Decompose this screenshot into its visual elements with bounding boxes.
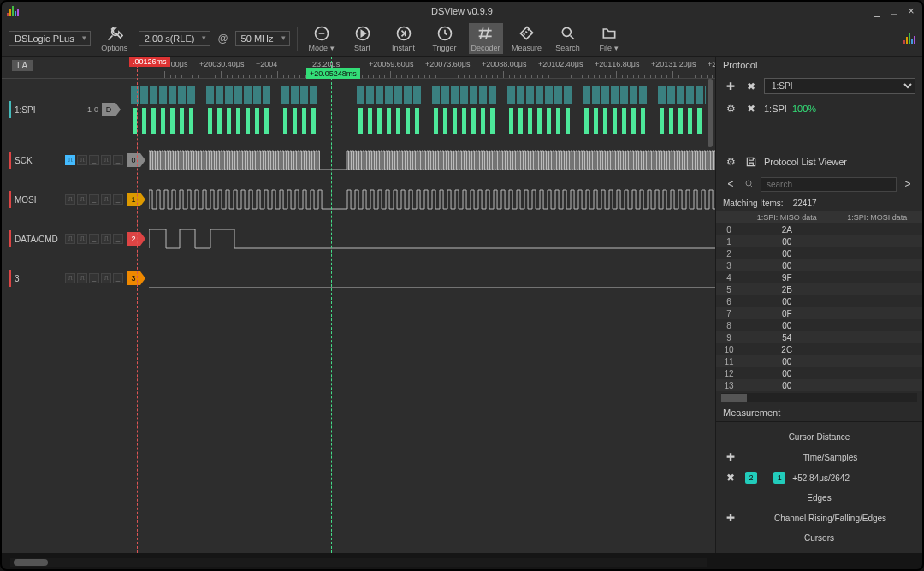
table-row[interactable]: 02A	[716, 223, 922, 235]
maximize-button[interactable]: □	[888, 5, 900, 17]
cursor-chip-a[interactable]: 2	[745, 472, 757, 484]
time-ruler[interactable]: LA .00126ms +20.05248ms +20016.00μs+2003…	[2, 57, 715, 79]
waveform-vscroll[interactable]	[707, 79, 714, 552]
decoder-button[interactable]: Decoder	[469, 23, 503, 54]
table-row[interactable]: 49F	[716, 271, 922, 283]
matching-count: 22417	[793, 199, 817, 208]
cursor-line-1[interactable]	[137, 57, 138, 553]
svg-rect-64	[189, 108, 193, 134]
table-hscroll[interactable]	[721, 393, 917, 402]
table-row[interactable]: 954	[716, 331, 922, 343]
table-row[interactable]: 1300	[716, 379, 922, 391]
trigger-button[interactable]: Trigger	[428, 23, 462, 54]
table-row[interactable]: 200	[716, 247, 922, 259]
waveform-track[interactable]	[149, 140, 715, 180]
waveform-track[interactable]	[124, 79, 715, 140]
waveform-track[interactable]	[149, 259, 715, 298]
listviewer-save-button[interactable]	[743, 154, 759, 170]
protocol-select[interactable]: 1:SPI	[764, 78, 915, 94]
search-button[interactable]: Search	[551, 23, 585, 54]
add-cursor-distance-button[interactable]: ✚	[723, 449, 738, 465]
channel-label[interactable]: SCK	[2, 152, 62, 169]
trigger-widget[interactable]: ⎍⎍_⎍_	[65, 234, 123, 244]
table-row[interactable]: 1100	[716, 355, 922, 367]
channel-row: 3⎍⎍_⎍_3	[2, 259, 715, 298]
table-row[interactable]: 52B	[716, 283, 922, 295]
device-select[interactable]: DSLogic PLus	[9, 31, 91, 46]
time-samples-label: Time/Samples	[745, 453, 915, 462]
instant-button[interactable]: Instant	[387, 23, 421, 54]
instant-icon	[395, 25, 412, 42]
svg-rect-14	[225, 86, 233, 104]
trigger-widget[interactable]: ⎍⎍_⎍_	[65, 194, 123, 205]
table-row[interactable]: 600	[716, 295, 922, 307]
remove-cursor-distance-button[interactable]: ✖	[723, 470, 738, 485]
minimize-button[interactable]: _	[871, 5, 883, 17]
svg-rect-103	[641, 108, 645, 134]
add-protocol-button[interactable]: ✚	[723, 79, 738, 94]
sample-depth-select[interactable]: 2.00 s(RLE)	[139, 31, 211, 46]
table-row[interactable]: 300	[716, 259, 922, 271]
cursor-marker-1[interactable]: .00126ms	[129, 57, 170, 67]
measure-button[interactable]: Measure	[510, 23, 544, 54]
channel-index-badge[interactable]: 1	[127, 193, 140, 206]
waveform-track[interactable]	[149, 219, 715, 259]
cursor-chip-b[interactable]: 1	[773, 472, 785, 484]
cursor-marker-2[interactable]: +20.05248ms	[306, 68, 360, 79]
search-forward-button[interactable]: >	[900, 176, 915, 192]
svg-rect-68	[236, 108, 240, 134]
protocol-settings-button[interactable]: ⚙	[723, 101, 738, 116]
svg-rect-105	[669, 108, 673, 134]
svg-rect-40	[536, 86, 543, 104]
channel-index-badge[interactable]: 3	[127, 271, 140, 285]
listviewer-settings-button[interactable]: ⚙	[723, 154, 738, 170]
svg-rect-20	[291, 86, 299, 104]
table-row[interactable]: 800	[716, 319, 922, 331]
table-row[interactable]: 70F	[716, 307, 922, 319]
search-back-button[interactable]: <	[723, 176, 738, 192]
add-edges-button[interactable]: ✚	[723, 510, 738, 526]
channel-index-badge[interactable]: 2	[127, 232, 140, 246]
svg-rect-99	[603, 108, 607, 134]
trigger-widget[interactable]: ⎍⎍_⎍_	[65, 155, 123, 165]
svg-rect-83	[434, 108, 438, 134]
col-miso[interactable]: 1:SPI: MISO data	[742, 213, 832, 222]
protocol-search-input[interactable]	[761, 177, 897, 192]
svg-rect-107	[688, 108, 692, 134]
waveform-track[interactable]	[149, 180, 715, 219]
edges-header: Channel Rising/Falling/Edges	[745, 514, 915, 523]
app-logo	[7, 6, 19, 16]
channel-index-badge[interactable]: D	[102, 103, 116, 116]
svg-rect-106	[678, 108, 683, 134]
svg-rect-108	[697, 108, 702, 134]
waveform-view[interactable]: LA .00126ms +20.05248ms +20016.00μs+2003…	[2, 57, 715, 553]
svg-rect-13	[216, 86, 223, 104]
channel-row: SCK⎍⎍_⎍_0	[2, 140, 715, 180]
svg-rect-76	[358, 108, 363, 134]
table-row[interactable]: 102C	[716, 343, 922, 355]
trigger-widget[interactable]: ⎍⎍_⎍_	[65, 273, 123, 283]
file-button[interactable]: File ▾	[592, 23, 626, 54]
svg-rect-29	[413, 86, 421, 104]
options-button[interactable]: Options	[98, 23, 132, 54]
table-row[interactable]: 1200	[716, 367, 922, 379]
mode-button[interactable]: Mode ▾	[305, 23, 339, 54]
svg-rect-92	[528, 108, 532, 134]
sample-rate-select[interactable]: 50 MHz	[235, 31, 290, 46]
ruler-tick-label: +20088.00μs	[482, 60, 526, 68]
channel-label[interactable]: 1:SPI	[2, 101, 62, 118]
start-button[interactable]: Start	[346, 23, 380, 54]
channel-index-badge[interactable]: 0	[127, 153, 140, 167]
table-row[interactable]: 100	[716, 235, 922, 247]
cursor-line-2[interactable]	[331, 57, 332, 553]
col-mosi[interactable]: 1:SPI: MOSI data	[832, 213, 923, 222]
channel-label[interactable]: DATA/CMD	[2, 230, 62, 247]
close-button[interactable]: ×	[905, 5, 917, 17]
channel-label[interactable]: 3	[2, 270, 62, 287]
app-logo-right	[903, 33, 915, 44]
timeline-scrollbar[interactable]	[10, 558, 707, 567]
svg-rect-35	[479, 86, 487, 104]
channel-label[interactable]: MOSI	[2, 191, 62, 208]
protocol-delete-button[interactable]: ✖	[743, 101, 759, 116]
remove-protocol-button[interactable]: ✖	[743, 79, 759, 94]
